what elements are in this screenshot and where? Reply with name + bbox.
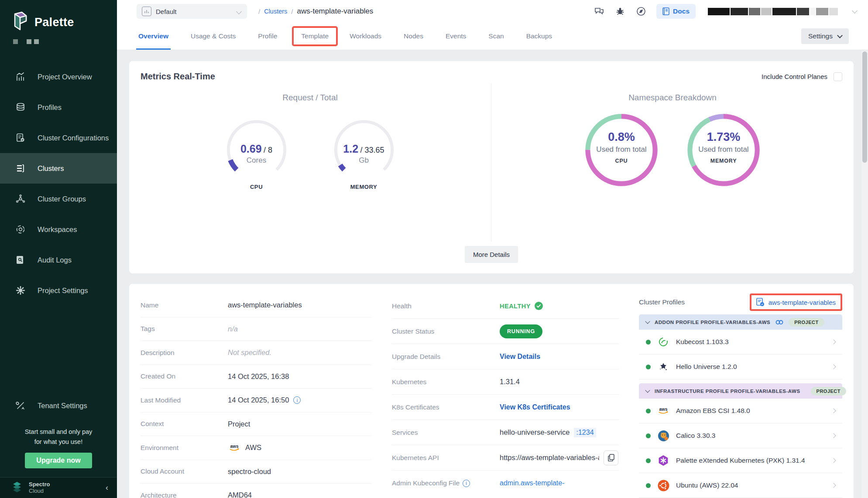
settings-button[interactable]: Settings (801, 28, 849, 44)
chevron-right-icon (831, 458, 836, 463)
project-badge: PROJECT (811, 387, 846, 396)
detail-row-description: Description Not specified. (141, 341, 372, 365)
main-area: Default / Clusters / aws-template-variab… (117, 0, 868, 498)
audit-search-icon (15, 254, 26, 266)
copy-button[interactable] (604, 450, 618, 465)
tab-usage-costs[interactable]: Usage & Costs (183, 23, 243, 50)
promo-line2: for what you use! (4, 437, 113, 447)
memory-donut: 1.73% Used from total MEMORY (685, 111, 762, 189)
hello-universe-icon (657, 362, 670, 372)
help-compass-icon[interactable] (635, 6, 647, 17)
project-selector-value: Default (156, 8, 233, 15)
profile-item-kubecost[interactable]: Kubecost 1.103.3 (639, 330, 842, 355)
sidebar-item-label: Workspaces (38, 225, 77, 234)
view-k8s-certificates-link[interactable]: View K8s Certificates (500, 403, 570, 411)
status-row-services: Services hello-universe-service:1234 (392, 420, 619, 445)
tab-scan[interactable]: Scan (481, 23, 511, 50)
more-details-button[interactable]: More Details (465, 246, 518, 263)
sidebar-item-cluster-groups[interactable]: Cluster Groups (0, 184, 117, 214)
vertical-scrollbar[interactable] (861, 51, 868, 498)
status-row-cluster-status: Cluster Status RUNNING (392, 319, 619, 344)
tab-profile[interactable]: Profile (250, 23, 285, 50)
metrics-card: Metrics Real-Time Include Control Planes… (129, 61, 854, 273)
service-port-link[interactable]: :1234 (574, 428, 596, 437)
scrollbar-thumb[interactable] (862, 51, 867, 163)
view-details-link[interactable]: View Details (500, 353, 540, 361)
project-selector[interactable]: Default (137, 4, 247, 19)
profile-item-pxk[interactable]: Palette eXtended Kubernetes (PXK) 1.31.4 (639, 448, 842, 473)
chevron-down-icon[interactable] (645, 319, 650, 324)
upgrade-now-button[interactable]: Upgrade now (25, 453, 92, 468)
sidebar-item-label: Tenant Settings (38, 402, 87, 410)
include-control-planes-checkbox[interactable] (834, 72, 842, 81)
sidebar-item-workspaces[interactable]: Workspaces (0, 214, 117, 245)
info-icon[interactable]: i (293, 396, 301, 404)
breadcrumb-clusters-link[interactable]: Clusters (264, 8, 287, 15)
user-menu-chevron-icon[interactable] (852, 8, 858, 14)
tab-events[interactable]: Events (438, 23, 473, 50)
profile-item-hello-universe[interactable]: Hello Universe 1.2.0 (639, 355, 842, 379)
status-dot (646, 409, 651, 413)
docs-button[interactable]: Docs (656, 4, 696, 19)
version-redacted (0, 37, 117, 44)
collapse-sidebar-icon[interactable]: ‹ (106, 483, 108, 492)
infrastructure-profile-group-header[interactable]: INFRASTRUCTURE PROFILE PROFILE-VARIABLES… (639, 383, 842, 399)
clusters-icon (15, 163, 26, 174)
sidebar-item-label: Cluster Groups (38, 195, 86, 203)
namespace-breakdown-panel: Namespace Breakdown 0.8 (491, 83, 854, 242)
svg-text:aws: aws (230, 444, 239, 449)
tab-overview[interactable]: Overview (131, 23, 176, 50)
sidebar-item-clusters[interactable]: Clusters (0, 153, 117, 184)
detail-row-name: Name aws-template-variables (141, 293, 372, 317)
cluster-details-card: Name aws-template-variables Tags n/a Des… (129, 284, 854, 498)
sidebar-item-project-overview[interactable]: Project Overview (0, 61, 117, 92)
sidebar-item-cluster-configurations[interactable]: Cluster Configurations (0, 123, 117, 153)
kubecost-icon (657, 337, 670, 347)
svg-text:aws: aws (659, 407, 668, 412)
chevron-right-icon (831, 483, 836, 488)
profile-item-ubuntu[interactable]: Ubuntu (AWS) 22.04 (639, 473, 842, 498)
running-status-badge[interactable]: RUNNING (500, 324, 542, 338)
tab-template[interactable]: Template (294, 28, 336, 44)
addon-profile-group-header[interactable]: ADDON PROFILE PROFILE-VARIABLES-AWS PROJ… (639, 314, 842, 330)
tools-icon (15, 400, 26, 411)
chevron-down-icon[interactable] (645, 388, 650, 392)
sidebar-item-label: Profiles (38, 103, 62, 112)
status-dot (646, 365, 651, 369)
detail-row-environment: Environment aws AWS (141, 436, 372, 460)
top-actions: Docs (594, 4, 857, 19)
project-chart-icon (142, 7, 151, 16)
chevron-right-icon (831, 364, 836, 369)
detail-row-created-on: Created On 14 Oct 2025, 16:38 (141, 365, 372, 389)
sidebar-item-audit-logs[interactable]: Audit Logs (0, 245, 117, 275)
palette-logo-icon (11, 11, 29, 33)
tab-workloads[interactable]: Workloads (342, 23, 389, 50)
link-icon (775, 320, 783, 325)
status-row-kubernetes-api: Kubernetes API https://aws-template-vari… (392, 445, 619, 471)
annotation-box-template-tab: Template (292, 26, 338, 46)
annotation-box-profile-link: aws-template-variables (750, 293, 842, 311)
sidebar-item-project-settings[interactable]: Project Settings (0, 275, 117, 306)
kubeconfig-link[interactable]: admin.aws-template- (500, 479, 565, 487)
spectro-cloud-logo (10, 481, 24, 495)
chat-icon[interactable] (594, 6, 605, 17)
cluster-profiles-title: Cluster Profiles (639, 298, 685, 306)
bug-report-icon[interactable] (614, 6, 626, 17)
profile-item-amazon-ebs-csi[interactable]: aws Amazon EBS CSI 1.48.0 (639, 399, 842, 423)
detail-row-tags: Tags n/a (141, 317, 372, 341)
orbit-icon (15, 224, 26, 235)
profile-link[interactable]: aws-template-variables (769, 299, 836, 306)
tab-backups[interactable]: Backups (519, 23, 559, 50)
status-dot (646, 433, 651, 438)
chevron-right-icon (831, 433, 836, 438)
chevron-right-icon (831, 339, 836, 344)
pxk-hexagon-icon (657, 455, 670, 466)
sidebar-item-profiles[interactable]: Profiles (0, 92, 117, 123)
sidebar-item-label: Audit Logs (38, 256, 72, 264)
user-name-redacted[interactable] (708, 8, 838, 15)
tab-nodes[interactable]: Nodes (396, 23, 431, 50)
info-icon[interactable]: i (463, 480, 470, 487)
sidebar-item-tenant-settings[interactable]: Tenant Settings (0, 390, 117, 421)
cpu-gauge: 0.69 / 8 Cores CPU (218, 116, 295, 190)
profile-item-calico[interactable]: Calico 3.30.3 (639, 423, 842, 448)
